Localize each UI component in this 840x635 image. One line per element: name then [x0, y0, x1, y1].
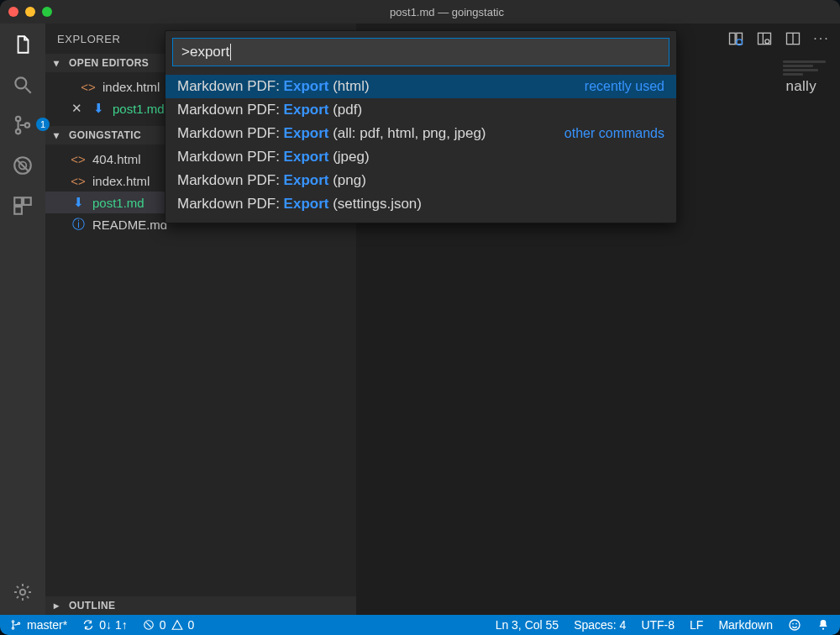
- chevron-right-icon: ▸: [54, 600, 64, 611]
- svg-point-0: [15, 77, 26, 88]
- file-name: README.md: [92, 218, 167, 232]
- svg-point-2: [16, 117, 20, 121]
- scm-badge: 1: [36, 118, 50, 131]
- command-palette-list: Markdown PDF: Export (html) recently use…: [165, 73, 676, 223]
- svg-point-21: [12, 627, 13, 629]
- svg-point-26: [792, 623, 794, 625]
- source-control-activity-icon[interactable]: [12, 114, 34, 136]
- minimap[interactable]: [783, 60, 833, 94]
- svg-point-28: [822, 628, 824, 630]
- svg-point-20: [12, 621, 13, 622]
- sync-text: 0↓ 1↑: [99, 618, 127, 632]
- markdown-file-icon: ⬇: [91, 101, 106, 116]
- indentation-status[interactable]: Spaces: 4: [574, 618, 626, 632]
- command-palette-item[interactable]: Markdown PDF: Export (settings.json): [165, 192, 676, 216]
- encoding-status[interactable]: UTF-8: [641, 618, 675, 632]
- debug-activity-icon[interactable]: [12, 155, 34, 176]
- command-palette-input[interactable]: >export: [172, 38, 669, 66]
- extensions-activity-icon[interactable]: [12, 195, 34, 217]
- code-file-icon: <>: [71, 152, 86, 166]
- file-name: post1.md: [113, 102, 165, 116]
- chevron-down-icon: ▾: [54, 57, 64, 69]
- outline-label: OUTLINE: [69, 600, 115, 611]
- command-palette: >export Markdown PDF: Export (html) rece…: [165, 30, 677, 223]
- preview-icon[interactable]: [756, 30, 773, 47]
- svg-point-11: [20, 590, 25, 595]
- svg-rect-10: [14, 207, 22, 214]
- command-palette-item[interactable]: Markdown PDF: Export (html) recently use…: [165, 75, 676, 98]
- file-name: post1.md: [92, 196, 144, 210]
- code-file-icon: <>: [81, 80, 96, 94]
- svg-point-3: [16, 129, 20, 134]
- open-changes-icon[interactable]: [727, 30, 744, 47]
- more-actions-icon[interactable]: ···: [813, 30, 830, 47]
- svg-rect-9: [24, 197, 31, 205]
- window-title: post1.md — goingstatic: [62, 6, 832, 18]
- svg-point-17: [765, 39, 769, 44]
- info-file-icon: ⓘ: [71, 217, 86, 233]
- outline-header[interactable]: ▸ OUTLINE: [45, 596, 356, 615]
- markdown-file-icon: ⬇: [71, 195, 86, 210]
- file-name: index.html: [102, 80, 160, 94]
- svg-line-24: [146, 622, 151, 627]
- svg-point-25: [790, 620, 800, 630]
- close-window-button[interactable]: [8, 7, 18, 17]
- vscode-window: post1.md — goingstatic 1: [0, 0, 840, 635]
- command-palette-item[interactable]: Markdown PDF: Export (jpeg): [165, 145, 676, 169]
- text-caret: [230, 44, 231, 60]
- titlebar: post1.md — goingstatic: [0, 0, 840, 24]
- command-palette-input-text: >export: [181, 44, 229, 60]
- svg-point-27: [795, 623, 797, 625]
- warnings-count: 0: [188, 618, 195, 632]
- activity-bar: 1: [0, 24, 45, 615]
- close-editor-icon[interactable]: ✕: [69, 101, 84, 116]
- command-note: other commands: [564, 126, 664, 141]
- errors-count: 0: [160, 618, 166, 632]
- feedback-icon[interactable]: [788, 618, 801, 632]
- branch-name: master*: [27, 618, 67, 632]
- notifications-icon[interactable]: [816, 618, 830, 632]
- git-branch-status[interactable]: master*: [10, 618, 67, 632]
- window-controls: [8, 7, 52, 17]
- command-note: recently used: [585, 79, 664, 94]
- svg-line-1: [25, 87, 31, 93]
- svg-rect-12: [730, 33, 736, 44]
- minimize-window-button[interactable]: [25, 7, 35, 17]
- file-name: index.html: [92, 174, 150, 188]
- open-editors-label: OPEN EDITORS: [69, 57, 149, 69]
- maximize-window-button[interactable]: [42, 7, 52, 17]
- svg-rect-13: [737, 33, 743, 44]
- sync-status[interactable]: 0↓ 1↑: [82, 618, 127, 632]
- problems-status[interactable]: 0 0: [143, 618, 195, 632]
- settings-gear-icon[interactable]: [12, 581, 34, 603]
- code-file-icon: <>: [71, 174, 86, 188]
- file-name: 404.html: [92, 152, 141, 166]
- command-palette-item[interactable]: Markdown PDF: Export (pdf): [165, 98, 676, 122]
- svg-line-6: [16, 159, 29, 171]
- cursor-position[interactable]: Ln 3, Col 55: [496, 618, 559, 632]
- svg-point-4: [25, 123, 29, 127]
- chevron-down-icon: ▾: [54, 129, 64, 141]
- svg-rect-8: [14, 197, 22, 205]
- explorer-activity-icon[interactable]: [12, 34, 34, 55]
- language-mode[interactable]: Markdown: [718, 618, 773, 632]
- search-activity-icon[interactable]: [12, 74, 34, 96]
- command-palette-item[interactable]: Markdown PDF: Export (all: pdf, html, pn…: [165, 122, 676, 145]
- split-editor-icon[interactable]: [785, 30, 801, 47]
- command-palette-item[interactable]: Markdown PDF: Export (png): [165, 169, 676, 192]
- eol-status[interactable]: LF: [690, 618, 703, 632]
- status-bar: master* 0↓ 1↑ 0 0 Ln 3, Col 55 Spaces: 4…: [0, 615, 840, 635]
- workspace-label: GOINGSTATIC: [69, 129, 141, 141]
